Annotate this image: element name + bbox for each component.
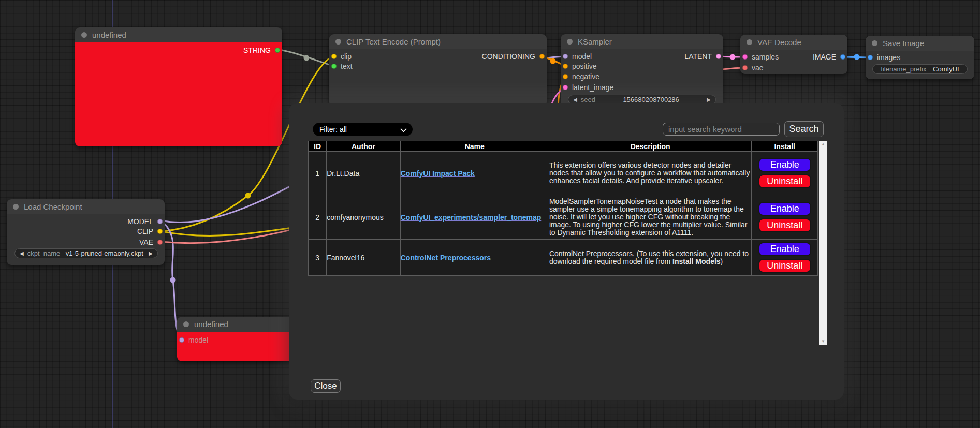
desc-tail: ) (721, 257, 723, 265)
node-body: model positive negative latent_image LAT… (561, 49, 723, 107)
output-port-vae[interactable] (157, 240, 163, 245)
extension-link[interactable]: ControlNet Preprocessors (401, 254, 491, 262)
node-body: MODEL CLIP VAE ◀ckpt_name v1-5-pruned-em… (7, 214, 165, 265)
node-title: Save Image (883, 39, 924, 48)
cell-id: 1 (309, 152, 327, 195)
uninstall-button[interactable]: Uninstall (758, 174, 811, 188)
node-body: images filename_prefix ComfyUI (866, 51, 974, 79)
node-vae-decode[interactable]: VAE Decode samples vae IMAGE (740, 35, 847, 74)
input-port-positive[interactable] (563, 64, 568, 69)
filter-select[interactable]: Filter: all (313, 123, 413, 136)
output-port-image[interactable] (840, 54, 845, 60)
input-port-text[interactable] (331, 64, 337, 69)
filename-prefix-widget[interactable]: filename_prefix ComfyUI (872, 64, 968, 74)
extension-link[interactable]: ComfyUI Impact Pack (401, 169, 475, 178)
link-midpoint-dot[interactable] (170, 277, 176, 283)
table-scrollbar[interactable]: ▲ ▼ (819, 141, 827, 345)
input-port-clip[interactable] (331, 54, 337, 59)
link-midpoint-dot[interactable] (550, 58, 556, 64)
link-midpoint-dot[interactable] (304, 55, 310, 61)
node-undefined-top[interactable]: undefined STRING (75, 27, 282, 146)
next-arrow-icon[interactable]: ▶ (149, 251, 153, 256)
node-titlebar[interactable]: KSampler (561, 34, 723, 49)
output-port-clip[interactable] (157, 229, 163, 234)
output-label: STRING (243, 46, 271, 54)
input-port-negative[interactable] (563, 74, 568, 79)
col-header-author: Author (327, 141, 401, 152)
input-label: model (572, 52, 592, 61)
input-port-vae[interactable] (742, 65, 748, 70)
collapse-dot-icon[interactable] (567, 39, 573, 45)
cell-id: 3 (309, 240, 327, 276)
node-title: undefined (92, 31, 126, 39)
output-port-conditioning[interactable] (539, 54, 545, 59)
node-titlebar[interactable]: CLIP Text Encode (Prompt) (329, 34, 547, 49)
table-row: 2 comfyanonymous ComfyUI_experiments/sam… (309, 195, 818, 240)
manager-dialog: Filter: all Search ID Author Name Descri… (289, 103, 844, 400)
enable-button[interactable]: Enable (758, 242, 811, 256)
close-button[interactable]: Close (311, 379, 341, 393)
cell-description: This extension offers various detector n… (549, 152, 752, 195)
input-label: samples (752, 53, 779, 61)
input-port-images[interactable] (868, 55, 873, 60)
output-port-latent[interactable] (716, 54, 721, 59)
node-save-image[interactable]: Save Image images filename_prefix ComfyU… (866, 36, 974, 79)
collapse-dot-icon[interactable] (335, 39, 341, 45)
widget-value: 156680208700286 (623, 96, 679, 104)
node-titlebar[interactable]: Load Checkpoint (7, 199, 165, 214)
node-ksampler[interactable]: KSampler model positive negative latent_… (561, 34, 723, 107)
extension-link[interactable]: ComfyUI_experiments/sampler_tonemap (401, 213, 542, 222)
scroll-down-icon[interactable]: ▼ (819, 338, 827, 345)
link-midpoint-dot[interactable] (854, 54, 860, 60)
collapse-dot-icon[interactable] (872, 40, 877, 46)
cell-author: comfyanonymous (327, 195, 401, 240)
output-label: LATENT (684, 52, 712, 61)
col-header-description: Description (549, 141, 752, 152)
node-titlebar[interactable]: Save Image (866, 36, 974, 51)
node-title: KSampler (578, 37, 612, 46)
enable-button[interactable]: Enable (758, 202, 811, 216)
prev-arrow-icon[interactable]: ◀ (20, 251, 24, 256)
input-port-model[interactable] (563, 54, 568, 59)
widget-label: ckpt_name (27, 249, 61, 257)
input-port-model[interactable] (179, 337, 184, 343)
collapse-dot-icon[interactable] (13, 204, 19, 210)
table-row: 1 Dr.Lt.Data ComfyUI Impact Pack This ex… (309, 152, 818, 195)
scroll-up-icon[interactable]: ▲ (819, 141, 827, 148)
table-row: 3 Fannovel16 ControlNet Preprocessors Co… (309, 240, 818, 276)
collapse-dot-icon[interactable] (81, 32, 87, 38)
input-label: images (877, 53, 900, 62)
cell-install: Enable Uninstall (752, 152, 818, 195)
search-input[interactable] (663, 123, 780, 136)
link-midpoint-dot[interactable] (245, 193, 251, 199)
node-graph-canvas[interactable]: undefined STRING CLIP Text Encode (Promp… (0, 0, 980, 428)
node-titlebar[interactable]: VAE Decode (740, 35, 847, 50)
input-label: negative (572, 72, 599, 81)
node-clip-text-encode[interactable]: CLIP Text Encode (Prompt) clip text COND… (329, 34, 547, 107)
extension-table: ID Author Name Description Install 1 Dr.… (308, 141, 818, 276)
cell-id: 2 (309, 195, 327, 240)
node-body: samples vae IMAGE (740, 50, 847, 74)
col-header-install: Install (752, 141, 818, 152)
node-title: VAE Decode (757, 38, 801, 47)
cell-install: Enable Uninstall (752, 195, 818, 240)
enable-button[interactable]: Enable (758, 158, 811, 172)
collapse-dot-icon[interactable] (747, 39, 752, 45)
output-port-model[interactable] (157, 219, 163, 224)
collapse-dot-icon[interactable] (183, 321, 189, 327)
filter-dropdown[interactable]: Filter: all (313, 123, 413, 136)
output-label: MODEL (127, 217, 153, 226)
uninstall-button[interactable]: Uninstall (758, 259, 811, 273)
decrement-arrow-icon[interactable]: ◀ (573, 97, 577, 102)
link-midpoint-dot[interactable] (730, 54, 736, 60)
input-port-samples[interactable] (742, 54, 748, 60)
node-titlebar[interactable]: undefined (75, 27, 282, 42)
output-port-string[interactable] (275, 48, 280, 53)
increment-arrow-icon[interactable]: ▶ (707, 97, 711, 102)
input-port-latent-image[interactable] (563, 85, 568, 90)
ckpt-name-widget[interactable]: ◀ckpt_name v1-5-pruned-emaonly.ckpt ▶ (14, 248, 158, 258)
uninstall-button[interactable]: Uninstall (758, 218, 811, 232)
node-title: Load Checkpoint (24, 202, 82, 211)
search-button[interactable]: Search (784, 121, 824, 137)
node-load-checkpoint[interactable]: Load Checkpoint MODEL CLIP VAE ◀ckpt_nam… (7, 199, 165, 265)
